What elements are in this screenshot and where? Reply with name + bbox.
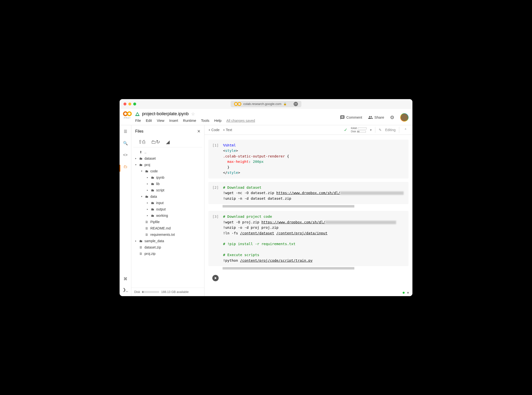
cell-code[interactable]: # Download dataset !wget -nc -O dataset.… — [223, 185, 405, 201]
browser-window: colab.research.google.com 🔒 ••• PRO+ pro… — [120, 99, 412, 296]
zoom-window-button[interactable] — [133, 103, 136, 105]
tree-item-requirements.txt[interactable]: 🗎requirements.txt — [131, 231, 204, 238]
cell-prompt: [3] — [212, 214, 220, 263]
star-icon[interactable]: ☆ — [191, 111, 195, 117]
tree-item-proj.zip[interactable]: 🗎proj.zip — [131, 250, 204, 257]
site-menu-icon[interactable]: ••• — [294, 102, 298, 106]
menu-insert[interactable]: Insert — [169, 119, 178, 123]
pro-badge: PRO+ — [123, 117, 132, 119]
tree-item-README.md[interactable]: 🗎README.md — [131, 225, 204, 231]
traffic-lights — [123, 103, 136, 105]
tree-item-dataset.zip[interactable]: 🗎dataset.zip — [131, 244, 204, 250]
close-window-button[interactable] — [123, 103, 126, 105]
code-cell[interactable]: [3]# Download project code !wget -O proj… — [208, 211, 409, 266]
tree-item-working[interactable]: ▸🖿working — [131, 212, 204, 219]
menu-tools[interactable]: Tools — [201, 119, 209, 123]
folder-icon: 🖿 — [150, 182, 155, 186]
close-status-icon[interactable]: × — [407, 291, 409, 295]
share-button[interactable]: Share — [368, 115, 384, 120]
folder-icon: 🖿 — [144, 169, 149, 173]
close-icon[interactable]: × — [197, 128, 200, 135]
editing-mode[interactable]: Editing — [385, 128, 396, 132]
file-icon: 🗎 — [144, 220, 149, 224]
notebook-title[interactable]: project-boilerplate.ipynb — [142, 111, 189, 116]
settings-icon[interactable]: ⚙ — [390, 114, 394, 120]
minimize-window-button[interactable] — [128, 103, 131, 105]
expand-arrow-icon[interactable]: ▸ — [146, 176, 149, 179]
menu-view[interactable]: View — [157, 119, 164, 123]
file-icon: 🗎 — [144, 232, 149, 237]
tree-label: proj — [144, 163, 150, 167]
expand-arrow-icon[interactable]: ▸ — [134, 157, 137, 160]
comment-button[interactable]: Comment — [340, 115, 362, 120]
chevron-up-icon[interactable]: ⌃ — [403, 128, 409, 132]
resource-indicator[interactable]: RAM Disk — [351, 127, 367, 133]
colab-favicon-icon — [234, 102, 241, 106]
avatar[interactable] — [400, 113, 409, 122]
tree-label: input — [156, 201, 164, 205]
tree-item-code[interactable]: ▾🖿code — [131, 168, 204, 174]
tree-item-ipynb[interactable]: ▸🖿ipynb — [131, 174, 204, 181]
tree-label: dataset — [144, 156, 156, 160]
tree-item-Pipfile[interactable]: 🗎Pipfile — [131, 219, 204, 225]
tree-label: lib — [156, 182, 160, 186]
add-text-button[interactable]: + Text — [223, 128, 232, 132]
upload-icon[interactable]: ⇧⎙ — [138, 139, 145, 145]
left-rail: ☰ 🔍 <> 🗀 ⌘ ❯_ — [120, 125, 131, 296]
notebook-main: + Code + Text ✓ RAM Disk ▾ ✎ Editing ⌃ [… — [205, 125, 412, 296]
toc-icon[interactable]: ☰ — [123, 129, 128, 135]
add-code-button[interactable]: + Code — [208, 128, 220, 132]
code-cell[interactable]: [2]# Download dataset !wget -nc -O datas… — [208, 182, 409, 204]
command-palette-icon[interactable]: ⌘ — [123, 276, 128, 282]
chevron-down-icon[interactable]: ▾ — [370, 128, 372, 132]
tree-item-proj[interactable]: ▾🖿proj — [131, 162, 204, 168]
colab-logo[interactable]: PRO+ — [123, 111, 132, 119]
redacted-text — [340, 191, 404, 195]
expand-arrow-icon[interactable]: ▸ — [146, 208, 149, 210]
code-cell[interactable]: [1]%%html <style> .colab-static-output-r… — [208, 140, 409, 178]
cell-toolbar: + Code + Text ✓ RAM Disk ▾ ✎ Editing ⌃ — [205, 125, 412, 135]
expand-arrow-icon[interactable]: ▾ — [140, 195, 143, 198]
variables-icon[interactable]: <> — [123, 152, 128, 158]
colab-header: PRO+ project-boilerplate.ipynb ☆ FileEdi… — [120, 109, 412, 125]
titlebar: colab.research.google.com 🔒 ••• — [120, 99, 412, 109]
tree-item-sample_data[interactable]: ▸🖿sample_data — [131, 238, 204, 244]
tree-label: dataset.zip — [144, 245, 161, 249]
ram-meter — [358, 127, 367, 129]
file-icon: 🗎 — [139, 251, 143, 256]
tree-item-output[interactable]: ▸🖿output — [131, 206, 204, 212]
refresh-icon[interactable]: 🗀↻ — [151, 139, 160, 145]
tree-item-data[interactable]: ▾🖿data — [131, 193, 204, 200]
tree-label: Pipfile — [150, 220, 160, 224]
menu-edit[interactable]: Edit — [146, 119, 152, 123]
mount-drive-icon[interactable]: ◢ — [166, 139, 170, 145]
expand-arrow-icon[interactable]: ▾ — [140, 170, 143, 172]
tree-item-lib[interactable]: ▸🖿lib — [131, 181, 204, 187]
expand-arrow-icon[interactable]: ▸ — [134, 239, 137, 242]
folder-icon: 🖿 — [144, 194, 149, 199]
expand-arrow-icon[interactable]: ▾ — [134, 163, 137, 166]
tree-item-dataset[interactable]: ▸🖿dataset — [131, 155, 204, 162]
folder-icon: 🖿 — [139, 156, 143, 161]
files-icon[interactable]: 🗀 — [123, 164, 128, 170]
menu-file[interactable]: File — [135, 119, 141, 123]
cell-code[interactable]: # Download project code !wget -O proj.zi… — [223, 214, 405, 263]
disk-meter — [142, 291, 159, 293]
status-footer: × — [403, 291, 409, 295]
expand-arrow-icon[interactable]: ▸ — [146, 182, 149, 185]
tree-item-script[interactable]: ▸🖿script — [131, 187, 204, 193]
run-button[interactable] — [212, 275, 219, 281]
menu-help[interactable]: Help — [214, 119, 222, 123]
terminal-icon[interactable]: ❯_ — [123, 287, 128, 293]
expand-arrow-icon[interactable]: ▸ — [146, 214, 149, 217]
cell-code[interactable]: %%html <style> .colab-static-output-rend… — [223, 143, 405, 176]
tree-item-input[interactable]: ▸🖿input — [131, 200, 204, 206]
status-dot-icon — [403, 292, 405, 294]
address-bar[interactable]: colab.research.google.com 🔒 ••• — [231, 101, 301, 107]
search-icon[interactable]: 🔍 — [123, 140, 128, 146]
menu-runtime[interactable]: Runtime — [183, 119, 196, 123]
expand-arrow-icon[interactable]: ▸ — [146, 201, 149, 204]
expand-arrow-icon[interactable]: ▸ — [146, 189, 149, 191]
tree-item-..[interactable]: ⬆.. — [131, 149, 204, 155]
empty-cell[interactable] — [208, 273, 409, 283]
